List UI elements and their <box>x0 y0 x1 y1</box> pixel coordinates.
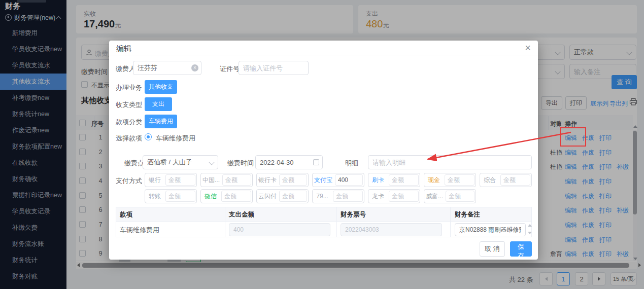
payment-method-name: 现金 <box>424 176 444 185</box>
modal-col-note: 财务备注 <box>455 210 480 219</box>
payment-method-alipay: 支付宝 <box>312 173 364 187</box>
payment-method-card-swipe: 刷卡 <box>368 173 420 187</box>
payment-method-combined: 综合 <box>480 173 532 187</box>
id-input[interactable] <box>239 61 309 75</box>
payment-method-name: 银行卡 <box>257 176 278 185</box>
payment-method-name: 中国... <box>201 176 221 185</box>
save-button[interactable]: 保 存 <box>510 241 532 257</box>
payment-method-name: 龙卡 <box>368 192 388 201</box>
calendar-icon <box>313 159 319 165</box>
close-icon[interactable]: × <box>525 42 531 54</box>
modal-header: 编辑 × <box>109 41 538 55</box>
payment-method-bank: 银行 <box>145 173 197 187</box>
payment-amount-input[interactable] <box>389 174 419 186</box>
payment-amount-input[interactable] <box>221 191 251 202</box>
item-label: 选择款项 <box>116 134 142 143</box>
payment-amount-input[interactable] <box>279 174 307 186</box>
payment-method-name: 威富... <box>424 192 445 201</box>
payment-amount-input[interactable] <box>446 191 474 202</box>
payment-method-unionpay: 云闪付 <box>256 189 309 203</box>
payment-amount-input[interactable] <box>165 174 195 186</box>
payment-method-79: 79... <box>312 189 364 203</box>
app-root: 财务 财务管理(new) 新增费用 学员收支记录new 学员收支流水 其他收支流… <box>0 0 644 289</box>
modal-row-amount-input <box>229 223 330 236</box>
cancel-button[interactable]: 取 消 <box>480 241 505 257</box>
red-annotation-box <box>560 127 586 147</box>
payment-amount-input[interactable] <box>165 191 195 202</box>
category-button[interactable]: 车辆费用 <box>145 115 177 128</box>
io-type-button[interactable]: 支出 <box>145 97 172 111</box>
time-label: 缴费时间 <box>227 159 254 168</box>
payment-amount-input[interactable] <box>335 174 363 186</box>
type-label: 收支类型 <box>116 100 142 110</box>
payment-method-name: 支付宝 <box>313 176 334 185</box>
modal-row-item: 车辆维修费用 <box>120 226 159 235</box>
modal-col-item: 款项 <box>120 210 132 219</box>
point-label: 缴费点 <box>124 159 144 168</box>
payment-method-name: 79... <box>313 193 332 200</box>
clear-icon[interactable]: × <box>191 64 198 71</box>
payment-method-name: 银行 <box>145 176 164 185</box>
spinner-up-icon[interactable] <box>528 224 532 227</box>
payment-method-transfer: 转账 <box>145 189 197 203</box>
payment-amount-input[interactable] <box>389 191 419 202</box>
payment-method-name: 刷卡 <box>368 176 388 185</box>
modal-col-ticket: 财务票号 <box>341 210 366 219</box>
modal-col-amount: 支出金额 <box>229 210 254 219</box>
payment-method-name: 综合 <box>480 176 499 185</box>
payment-method-name: 云闪付 <box>257 192 278 201</box>
business-type-button[interactable]: 其他收支 <box>145 80 177 94</box>
category-label: 款项分类 <box>116 118 142 127</box>
business-label: 办理业务 <box>116 83 142 92</box>
payment-method-name: 转账 <box>145 192 164 201</box>
payment-amount-input[interactable] <box>445 174 474 186</box>
detail-label: 明细 <box>345 159 358 168</box>
payment-method-cash: 现金 <box>424 173 476 187</box>
chevron-down-icon <box>209 159 214 165</box>
payment-amount-input[interactable] <box>222 174 251 186</box>
point-select-value: 酒仙桥 / 大山子 <box>147 158 192 166</box>
payment-method-longcard: 龙卡 <box>368 189 420 203</box>
detail-input[interactable] <box>368 155 532 169</box>
payment-method-wechat: 微信 <box>200 189 253 203</box>
payment-amount-input[interactable] <box>333 191 363 202</box>
payment-amount-input[interactable] <box>500 174 530 186</box>
modal-title: 编辑 <box>116 44 131 54</box>
edit-modal: 编辑 × 缴费人: × 证件号: 办理业务 其他收支 收支类型 支出 款项分类 … <box>109 41 538 260</box>
payment-method-weifu: 威富... <box>424 189 476 203</box>
payment-label: 支付方式 <box>116 176 142 186</box>
item-radio-label[interactable]: 车辆维修费用 <box>156 134 195 143</box>
payment-method-china: 中国... <box>200 173 253 187</box>
column-divider <box>450 207 451 237</box>
payment-amount-input[interactable] <box>279 191 307 202</box>
column-divider <box>225 207 225 237</box>
column-divider <box>336 207 337 237</box>
payment-method-name: 微信 <box>201 192 220 201</box>
spinner-down-icon[interactable] <box>528 232 532 234</box>
payment-method-bankcard: 银行卡 <box>256 173 309 187</box>
modal-row-ticket-input <box>341 223 442 236</box>
modal-row-note-input[interactable] <box>455 223 526 236</box>
radio-selected[interactable] <box>145 133 152 140</box>
point-select[interactable]: 酒仙桥 / 大山子 <box>143 155 218 169</box>
